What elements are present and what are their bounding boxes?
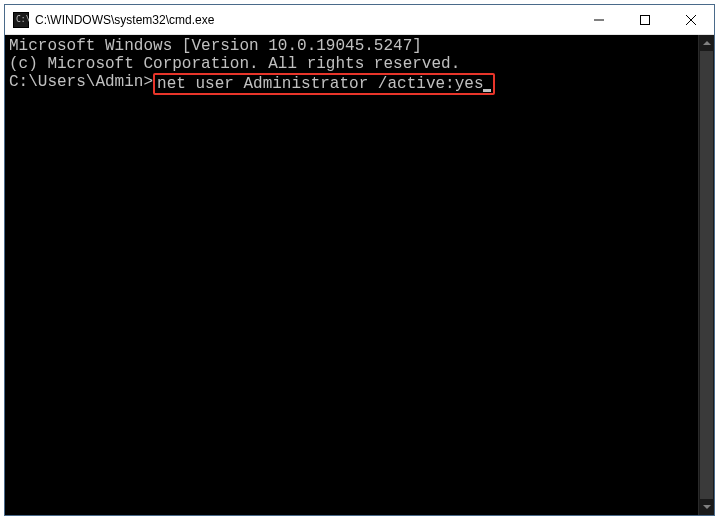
- cursor: [483, 89, 491, 92]
- prompt-line: C:\Users\Admin>net user Administrator /a…: [9, 73, 710, 95]
- terminal[interactable]: Microsoft Windows [Version 10.0.19045.52…: [5, 35, 714, 515]
- window-controls: [576, 5, 714, 34]
- scroll-down-arrow[interactable]: [699, 499, 714, 515]
- banner-line-2: (c) Microsoft Corporation. All rights re…: [9, 55, 710, 73]
- command-highlight: net user Administrator /active:yes: [153, 73, 495, 95]
- close-button[interactable]: [668, 5, 714, 34]
- prompt-text: C:\Users\Admin>: [9, 73, 153, 95]
- window-title: C:\WINDOWS\system32\cmd.exe: [35, 13, 576, 27]
- svg-text:C:\: C:\: [16, 15, 29, 24]
- svg-marker-7: [703, 41, 711, 45]
- titlebar[interactable]: C:\ C:\WINDOWS\system32\cmd.exe: [5, 5, 714, 35]
- svg-marker-8: [703, 505, 711, 509]
- command-text: net user Administrator /active:yes: [157, 75, 483, 93]
- svg-rect-4: [641, 15, 650, 24]
- scroll-up-arrow[interactable]: [699, 35, 714, 51]
- maximize-button[interactable]: [622, 5, 668, 34]
- minimize-button[interactable]: [576, 5, 622, 34]
- cmd-icon: C:\: [13, 12, 29, 28]
- banner-line-1: Microsoft Windows [Version 10.0.19045.52…: [9, 37, 710, 55]
- scrollbar-thumb[interactable]: [700, 51, 713, 499]
- cmd-window: C:\ C:\WINDOWS\system32\cmd.exe Microsof…: [4, 4, 715, 516]
- vertical-scrollbar[interactable]: [698, 35, 714, 515]
